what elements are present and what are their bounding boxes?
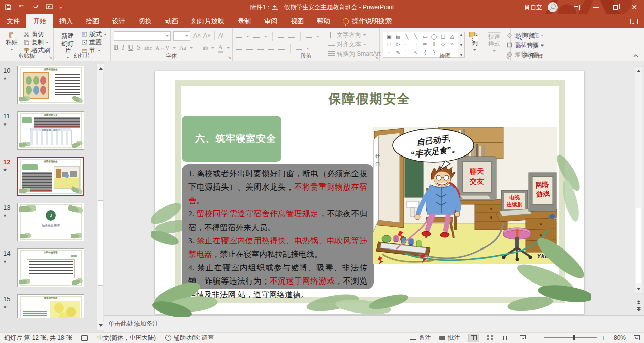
collapse-ribbon-button[interactable] [633, 53, 639, 59]
underline-icon[interactable]: U [128, 44, 133, 52]
notes-pane[interactable]: 单击此处添加备注 [104, 315, 644, 332]
columns-icon[interactable] [296, 46, 302, 51]
tab-record[interactable]: 录制 [231, 14, 257, 28]
language-status[interactable]: 中文(简体，中国大陆) [97, 334, 156, 342]
bold-icon[interactable]: B [114, 44, 118, 52]
grow-font-icon[interactable]: A˄ [193, 32, 201, 39]
slide-thumbnail-13[interactable]: 3 加强信息管理 [17, 203, 84, 241]
vertical-scrollbar[interactable] [635, 66, 642, 294]
slide-thumbnail-10[interactable]: 保障假期安全 [17, 66, 84, 104]
font-dialog-launcher[interactable]: ↘ [228, 55, 231, 60]
tab-home[interactable]: 开始 [26, 14, 53, 28]
body-text-box[interactable]: 1. 离校或者外出时要锁好门窗，断电（必须完全拔下电源插头）、关闭水龙头，不将贵… [182, 164, 374, 289]
zoom-out-button[interactable]: − [536, 334, 540, 342]
strikethrough-icon[interactable]: abc [144, 45, 152, 51]
zoom-slider-thumb[interactable] [573, 335, 575, 340]
text-direction-button[interactable]: 文字方向 [327, 31, 388, 39]
section-title-box[interactable]: 六、筑牢寝室安全 [182, 116, 281, 162]
zoom-level[interactable]: 80% [614, 334, 626, 341]
arrange-button[interactable]: 排列 [467, 30, 483, 53]
slide-thumbnail-11[interactable]: 保障假期安全 自我保健十大支柱 [17, 111, 84, 150]
comments-toggle-status[interactable]: 批注 [439, 334, 460, 342]
restore-button[interactable] [605, 0, 625, 14]
tab-animations[interactable]: 动画 [158, 14, 185, 28]
customize-qat-icon[interactable]: ▾ [60, 5, 62, 10]
copy-button[interactable]: 复制 [22, 39, 51, 46]
shadow-icon[interactable]: S [137, 44, 141, 52]
clipboard-dialog-launcher[interactable]: ↘ [49, 55, 52, 60]
layout-button[interactable]: 版式 [80, 30, 108, 38]
increase-indent-icon[interactable] [288, 34, 295, 39]
reset-button[interactable]: 重置 [80, 39, 108, 46]
slideshow-view-button[interactable] [517, 334, 528, 342]
line-spacing-icon[interactable] [306, 34, 312, 39]
cut-icon [24, 32, 29, 37]
align-center-icon[interactable] [246, 46, 253, 51]
tab-insert[interactable]: 插入 [53, 14, 79, 28]
slide-thumbnail-12-selected[interactable]: 保障假期安全 [17, 157, 84, 196]
numbering-icon[interactable] [253, 34, 260, 39]
char-spacing-icon[interactable]: A↔V [155, 45, 169, 51]
reading-view-button[interactable] [501, 334, 512, 342]
italic-icon[interactable]: I [122, 44, 124, 52]
paragraph-dialog-launcher[interactable]: ↘ [375, 55, 378, 60]
fit-slide-to-window-button[interactable] [634, 335, 640, 340]
spellcheck-icon[interactable] [81, 335, 88, 341]
font-size-combo[interactable] [173, 31, 190, 41]
justify-icon[interactable] [268, 46, 274, 51]
slide-thumbnail-14[interactable]: 加强信息管理 [17, 248, 84, 287]
tab-design[interactable]: 设计 [106, 14, 132, 28]
normal-view-button[interactable] [468, 334, 479, 342]
bullets-icon[interactable] [236, 34, 242, 39]
notes-toggle[interactable]: 备注 [410, 334, 431, 342]
quick-styles-button[interactable]: 快速样式 [485, 30, 503, 53]
slide-sorter-view-button[interactable] [485, 334, 496, 342]
align-right-icon[interactable] [257, 46, 264, 51]
account-name[interactable]: 肖自立 [524, 3, 542, 12]
tab-draw[interactable]: 绘图 [79, 14, 106, 28]
zoom-slider[interactable] [544, 337, 597, 338]
slide-thumbnail-15[interactable]: 加强信息管理 [17, 294, 84, 318]
tab-slideshow[interactable]: 幻灯片放映 [185, 14, 231, 28]
avatar[interactable] [548, 2, 558, 12]
slide-thumbnail-panel: 10★ 保障假期安全 11★ 保障假期安全 [0, 61, 104, 332]
new-slide-button[interactable]: 新建幻灯片 [57, 30, 78, 53]
zoom-in-button[interactable]: + [601, 334, 605, 342]
align-left-icon[interactable] [236, 46, 242, 51]
tab-help[interactable]: 帮助 [310, 14, 337, 28]
distribute-icon[interactable] [278, 46, 285, 51]
comments-toggle[interactable] [630, 14, 638, 28]
drawing-dialog-launcher[interactable]: ↘ [506, 55, 509, 60]
dorm-cartoon-image[interactable]: 什 们 [373, 127, 557, 264]
thumbnail-scrollbar[interactable] [96, 64, 104, 330]
accessibility-status[interactable]: 辅助功能: 调查 [165, 334, 214, 342]
decrease-indent-icon[interactable] [278, 34, 284, 39]
change-case-icon[interactable]: Aa [179, 44, 186, 52]
tab-transitions[interactable]: 切换 [132, 14, 158, 28]
font-color-icon[interactable]: A [218, 43, 222, 53]
minimize-button[interactable] [586, 0, 605, 14]
slideshow-from-start-icon[interactable] [46, 4, 53, 10]
tab-view[interactable]: 视图 [284, 14, 310, 28]
replace-button[interactable]: ab↷替换 [514, 42, 545, 50]
cut-button[interactable]: 剪切 [22, 30, 51, 38]
tab-file[interactable]: 文件 [0, 14, 26, 28]
paste-button[interactable]: 粘贴 [3, 30, 20, 53]
find-button[interactable]: 查找 [514, 32, 545, 40]
save-icon[interactable] [5, 4, 11, 10]
shrink-font-icon[interactable]: A˅ [203, 32, 211, 39]
next-slide-button[interactable] [635, 306, 642, 315]
slide-editing-surface[interactable]: 保障假期安全 六、筑牢寝室安全 1. 离校或者外出时要锁好门窗，断电（必须完全拔… [155, 71, 584, 314]
ribbon-display-options-button[interactable] [567, 0, 586, 14]
font-name-combo[interactable] [114, 31, 171, 41]
undo-icon[interactable] [18, 4, 25, 10]
redo-icon[interactable] [33, 4, 39, 10]
tab-review[interactable]: 审阅 [257, 14, 284, 28]
clear-formatting-icon[interactable]: A̸ [218, 32, 222, 39]
tell-me-search[interactable]: 操作说明搜索 [337, 14, 398, 28]
highlight-color-icon[interactable]: ab̲ [203, 45, 208, 51]
close-button[interactable]: ✕ [625, 0, 644, 14]
align-text-button[interactable]: 对齐文本 [327, 41, 388, 48]
slide-title[interactable]: 保障假期安全 [155, 90, 584, 107]
previous-slide-button[interactable] [635, 297, 642, 305]
